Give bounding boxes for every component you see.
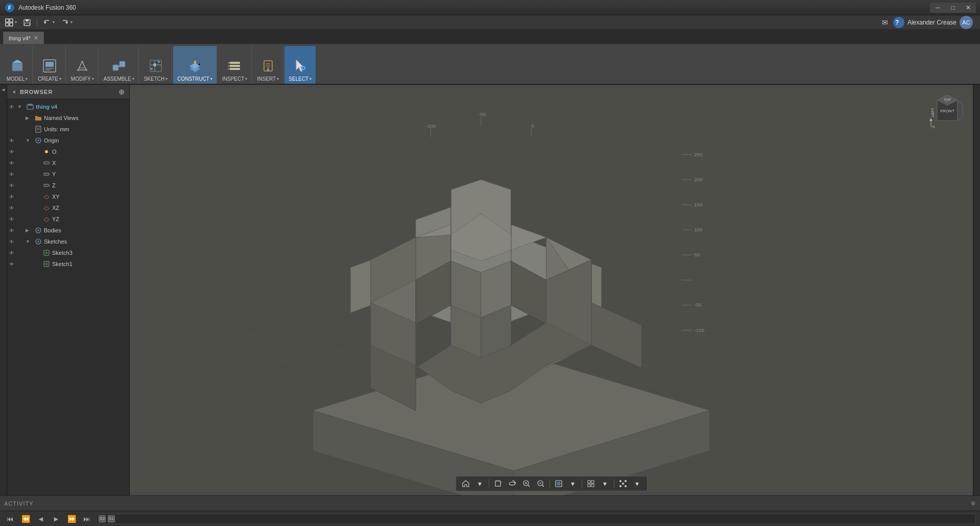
eye-icon-sketch3[interactable]: 👁 <box>9 250 16 256</box>
viewport-zoom-in-button[interactable] <box>520 478 533 489</box>
eye-icon-origin-o[interactable]: 👁 <box>9 149 16 155</box>
ribbon-select[interactable]: SELECT ▾ <box>284 46 316 84</box>
viewcube[interactable]: FRONT LEFT TOP N <box>927 90 968 131</box>
tree-item-named-views[interactable]: ▶Named Views <box>7 112 129 124</box>
eye-icon-origin-z[interactable]: 👁 <box>9 183 16 188</box>
titlebar-controls: ─ □ ✕ <box>930 3 976 13</box>
expand-icon-named-views[interactable]: ▶ <box>26 115 33 121</box>
tree-item-origin-group[interactable]: 👁▼Origin <box>7 135 129 146</box>
svg-text:-100: -100 <box>695 327 705 333</box>
minimize-button[interactable]: ─ <box>930 3 945 13</box>
ribbon-model[interactable]: MODEL ▾ <box>2 46 33 84</box>
viewport-display-dropdown[interactable]: ▾ <box>566 478 580 489</box>
left-panel-collapse[interactable]: ◄ <box>0 85 7 495</box>
eye-icon-origin-xz[interactable]: 👁 <box>9 205 16 211</box>
grid-menu-button[interactable]: ▾ <box>3 17 19 28</box>
viewport-dropdown-button[interactable]: ▾ <box>473 478 487 489</box>
tree-item-origin-x[interactable]: 👁X <box>7 157 129 169</box>
inspect-label: INSPECT <box>222 76 244 82</box>
timeline-end-button[interactable]: ⏭ <box>81 513 93 525</box>
restore-button[interactable]: □ <box>945 3 961 13</box>
viewport-grid-button[interactable] <box>584 478 597 489</box>
tree-item-origin-yz[interactable]: 👁YZ <box>7 213 129 225</box>
tree-item-origin-z[interactable]: 👁Z <box>7 180 129 191</box>
eye-icon-origin-yz[interactable]: 👁 <box>9 217 16 222</box>
tree-item-bodies[interactable]: 👁▶Bodies <box>7 225 129 236</box>
svg-point-22 <box>85 69 87 71</box>
close-button[interactable]: ✕ <box>961 3 976 13</box>
redo-button[interactable]: ▾ <box>59 17 75 28</box>
viewport-fit-button[interactable] <box>491 478 505 489</box>
eye-icon-origin-xy[interactable]: 👁 <box>9 194 16 200</box>
tree-item-origin-o[interactable]: 👁O <box>7 146 129 157</box>
expand-icon-sketches[interactable]: ▼ <box>26 239 33 244</box>
tree-item-sketch1[interactable]: 👁Sketch1 <box>7 258 129 270</box>
eye-icon-origin-group[interactable]: 👁 <box>9 138 16 144</box>
timeline-play-button[interactable]: ► <box>50 513 62 525</box>
model-arrow: ▾ <box>26 77 28 81</box>
svg-point-20 <box>81 61 83 63</box>
ribbon-construct[interactable]: CONSTRUCT ▾ <box>173 46 217 84</box>
assemble-arrow: ▾ <box>132 77 134 81</box>
timeline-marker-sketch3[interactable]: S3 <box>99 515 106 522</box>
ribbon-modify[interactable]: MODIFY ▾ <box>67 46 99 84</box>
ribbon-insert[interactable]: INSERT ▾ <box>253 46 283 84</box>
tab-label: thing v4* <box>9 35 31 41</box>
message-button[interactable]: ✉ <box>880 17 890 28</box>
svg-rect-39 <box>230 65 240 67</box>
tree-item-origin-y[interactable]: 👁Y <box>7 169 129 180</box>
titlebar-text: Autodesk Fusion 360 <box>18 4 76 11</box>
ribbon: MODEL ▾ CREATE ▾ <box>0 44 980 85</box>
expand-icon-bodies[interactable]: ▶ <box>26 228 33 233</box>
browser-collapse-icon[interactable]: ◄ <box>11 89 17 94</box>
ribbon-assemble[interactable]: ASSEMBLE ▾ <box>100 46 139 84</box>
save-icon <box>23 18 31 27</box>
eye-icon-sketches[interactable]: 👁 <box>9 239 16 245</box>
browser-pin-button[interactable]: ⊕ <box>118 88 125 96</box>
tree-label-origin-xy: XY <box>52 194 127 200</box>
viewport-snap-button[interactable] <box>616 478 630 489</box>
viewport[interactable]: 250 200 150 100 50 -50 -100 -100 -50 0 <box>130 85 973 495</box>
viewport-grid-dropdown[interactable]: ▾ <box>599 478 612 489</box>
expand-icon-root[interactable]: ▼ <box>17 104 25 109</box>
app-toolbar: ▾ ▾ ▾ ✉ ? Alexander Crease AC <box>0 15 980 30</box>
timeline-play-rev-button[interactable]: ◄ <box>35 513 47 525</box>
timeline-marker-sketch1[interactable]: S1 <box>108 515 115 522</box>
undo-button[interactable]: ▾ <box>41 17 57 28</box>
tree-item-root[interactable]: 👁▼thing v4 <box>7 101 129 112</box>
tab-close-button[interactable]: ✕ <box>34 35 38 41</box>
expand-icon-origin-group[interactable]: ▼ <box>26 138 33 143</box>
collapse-arrow[interactable]: ◄ <box>1 87 6 92</box>
eye-icon-bodies[interactable]: 👁 <box>9 228 16 233</box>
tree-item-origin-xy[interactable]: 👁XY <box>7 191 129 202</box>
viewport-display-button[interactable] <box>552 478 565 489</box>
construct-label: CONSTRUCT <box>177 76 209 82</box>
document-tab[interactable]: thing v4* ✕ <box>3 32 44 44</box>
svg-point-177 <box>619 485 622 487</box>
viewport-orbit-button[interactable] <box>506 478 519 489</box>
ribbon-inspect[interactable]: INSPECT ▾ <box>218 46 252 84</box>
tree-item-units[interactable]: Units: mm <box>7 124 129 135</box>
timeline-next-button[interactable]: ⏩ <box>65 513 78 525</box>
eye-icon-origin-y[interactable]: 👁 <box>9 172 16 177</box>
tree-item-sketch3[interactable]: 👁Sketch3 <box>7 247 129 258</box>
svg-line-165 <box>528 485 530 487</box>
ribbon-create[interactable]: CREATE ▾ <box>34 46 66 84</box>
timeline-rewind-button[interactable]: ⏮ <box>4 513 16 525</box>
tree-item-sketches[interactable]: 👁▼Sketches <box>7 236 129 247</box>
eye-icon-sketch1[interactable]: 👁 <box>9 261 16 267</box>
timeline-prev-button[interactable]: ⏪ <box>19 513 32 525</box>
right-panel-strip[interactable] <box>973 85 980 495</box>
tree-label-origin-o: O <box>52 149 127 155</box>
save-button[interactable] <box>21 17 33 28</box>
svg-rect-173 <box>588 484 590 487</box>
viewport-home-button[interactable] <box>459 478 472 489</box>
viewport-zoom-out-button[interactable] <box>534 478 547 489</box>
tree-item-origin-xz[interactable]: 👁XZ <box>7 202 129 213</box>
eye-icon-root[interactable]: 👁 <box>9 104 16 110</box>
activity-pin-button[interactable]: ⊕ <box>971 500 976 507</box>
help-button[interactable]: ? <box>893 17 904 28</box>
viewport-snap-dropdown[interactable]: ▾ <box>631 478 644 489</box>
ribbon-sketch[interactable]: SKETCH ▾ <box>140 46 173 84</box>
eye-icon-origin-x[interactable]: 👁 <box>9 160 16 166</box>
